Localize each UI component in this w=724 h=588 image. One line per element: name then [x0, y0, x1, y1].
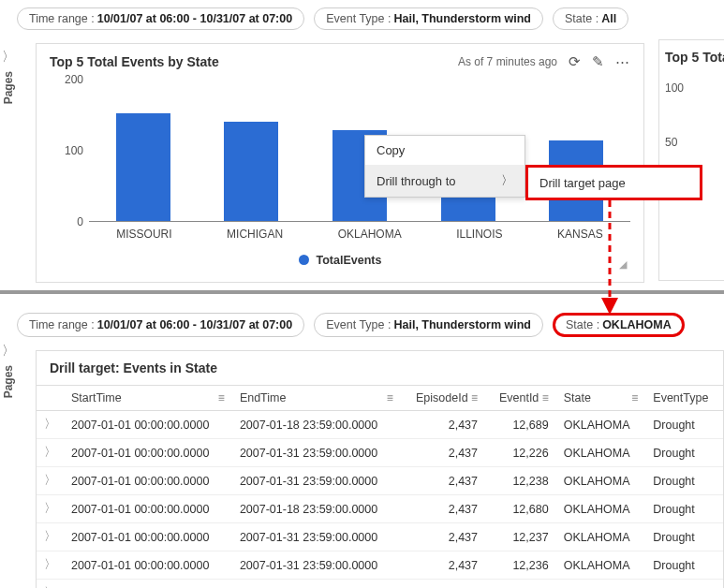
pages-panel-toggle[interactable]: 〉 Pages — [2, 49, 15, 104]
cell-eventid: 12,238 — [485, 467, 556, 495]
col-starttime[interactable]: StartTime≡ — [64, 386, 232, 411]
pages-label: Pages — [2, 365, 15, 398]
cell-starttime: 2007-01-01 00:00:00.0000 — [64, 551, 232, 580]
more-icon[interactable]: ⋯ — [615, 53, 630, 70]
filter-value: Hail, Thunderstorm wind — [393, 318, 531, 331]
cell-eventid: 12,236 — [485, 551, 556, 580]
cell-state: OKLAHOMA — [556, 551, 646, 580]
context-submenu-target[interactable]: Drill target page — [525, 165, 702, 200]
chevron-right-icon: 〉 — [501, 172, 513, 189]
chart-title: Top 5 Total Events by State — [50, 54, 219, 69]
column-menu-icon[interactable]: ≡ — [468, 391, 478, 404]
cell-eventid: 12,689 — [485, 411, 556, 439]
cell-endtime: 2007-01-31 23:59:00.0000 — [232, 580, 401, 589]
context-item-label: Drill target page — [539, 176, 626, 190]
cell-eventid: 12,226 — [485, 439, 556, 467]
chevron-right-icon: 〉 — [2, 49, 15, 66]
cell-eventtype: Drought — [645, 523, 723, 551]
chart-card: Top 5 Total Events by State As of 7 minu… — [36, 43, 644, 283]
column-menu-icon[interactable]: ≡ — [218, 391, 225, 404]
table-header-row: StartTime≡ EndTime≡ EpisodeId ≡ EventId … — [37, 386, 723, 411]
column-menu-icon[interactable]: ≡ — [631, 391, 638, 404]
expand-row-icon[interactable]: 〉 — [37, 439, 64, 467]
cell-episodeid: 2,437 — [401, 523, 485, 551]
col-episodeid[interactable]: EpisodeId ≡ — [401, 386, 485, 411]
cell-eventtype: Drought — [645, 411, 723, 439]
context-copy[interactable]: Copy — [365, 136, 525, 165]
filter-label: Time range : — [29, 318, 95, 331]
cell-state: OKLAHOMA — [556, 495, 646, 523]
legend-label: TotalEvents — [317, 254, 382, 267]
filter-event-type[interactable]: Event Type : Hail, Thunderstorm wind — [314, 7, 543, 30]
x-label: KANSAS — [557, 228, 603, 241]
expand-row-icon[interactable]: 〉 — [37, 495, 64, 523]
table-row[interactable]: 〉2007-01-01 00:00:00.00002007-01-31 23:5… — [37, 439, 723, 467]
filter-label: Time range : — [29, 12, 95, 25]
col-eventtype[interactable]: EventType — [645, 386, 723, 411]
cell-eventid: 12,237 — [485, 523, 556, 551]
cell-eventid: 12,680 — [485, 495, 556, 523]
cell-episodeid: 2,437 — [401, 580, 485, 589]
col-endtime[interactable]: EndTime≡ — [232, 386, 401, 411]
expand-row-icon[interactable]: 〉 — [37, 580, 64, 589]
pages-label: Pages — [2, 71, 15, 104]
column-menu-icon[interactable]: ≡ — [387, 391, 393, 404]
cell-eventtype: Drought — [645, 439, 723, 467]
chart-legend: TotalEvents — [50, 254, 630, 267]
expand-row-icon[interactable]: 〉 — [37, 467, 64, 495]
filter-row-bottom: Time range : 10/01/07 at 06:00 - 10/31/0… — [0, 305, 724, 345]
context-drill-through[interactable]: Drill through to 〉 — [365, 165, 525, 197]
x-label: OKLAHOMA — [338, 228, 402, 241]
filter-label: State : — [565, 12, 598, 25]
filter-state-highlighted[interactable]: State : OKLAHOMA — [553, 313, 685, 337]
col-eventid[interactable]: EventId ≡ — [485, 386, 556, 411]
cell-eventtype: Drought — [645, 467, 723, 495]
legend-dot-icon — [299, 255, 309, 265]
expand-row-icon[interactable]: 〉 — [37, 523, 64, 551]
refresh-icon[interactable]: ⟳ — [569, 53, 581, 70]
cell-starttime: 2007-01-01 00:00:00.0000 — [64, 523, 232, 551]
cell-state: OKLAHOMA — [556, 439, 646, 467]
pages-panel-toggle[interactable]: 〉 Pages — [2, 343, 15, 398]
filter-value: OKLAHOMA — [602, 318, 672, 331]
filter-time-range[interactable]: Time range : 10/01/07 at 06:00 - 10/31/0… — [17, 7, 304, 30]
cell-state: OKLAHOMA — [556, 411, 646, 439]
filter-time-range[interactable]: Time range : 10/01/07 at 06:00 - 10/31/0… — [17, 313, 304, 337]
table-row[interactable]: 〉2007-01-01 00:00:00.00002007-01-31 23:5… — [37, 551, 723, 580]
cell-starttime: 2007-01-01 00:00:00.0000 — [64, 411, 232, 439]
x-label: ILLINOIS — [456, 228, 502, 241]
filter-row-top: Time range : 10/01/07 at 06:00 - 10/31/0… — [0, 0, 724, 37]
table-title: Drill target: Events in State — [37, 360, 723, 385]
table-row[interactable]: 〉2007-01-01 00:00:00.00002007-01-18 23:5… — [37, 495, 723, 523]
expand-row-icon[interactable]: 〉 — [37, 551, 64, 580]
x-label: MISSOURI — [116, 228, 171, 241]
filter-value: 10/01/07 at 06:00 - 10/31/07 at 07:00 — [97, 318, 292, 331]
table-row[interactable]: 〉2007-01-01 00:00:00.00002007-01-31 23:5… — [37, 467, 723, 495]
resize-handle-icon[interactable]: ◢ — [619, 258, 627, 271]
table-row[interactable]: 〉2007-01-01 00:00:00.00002007-01-31 23:5… — [37, 580, 723, 589]
cell-starttime: 2007-01-01 00:00:00.0000 — [64, 580, 232, 589]
filter-label: Event Type : — [326, 318, 391, 331]
cell-eventtype: Drought — [645, 495, 723, 523]
bar-missouri[interactable] — [116, 113, 170, 221]
expand-row-icon[interactable]: 〉 — [37, 411, 64, 439]
column-menu-icon[interactable]: ≡ — [539, 391, 548, 404]
cell-episodeid: 2,437 — [401, 551, 485, 580]
bar-michigan[interactable] — [224, 122, 278, 221]
context-item-label: Copy — [377, 143, 405, 157]
cell-state: OKLAHOMA — [556, 523, 646, 551]
edit-icon[interactable]: ✎ — [592, 53, 604, 70]
filter-state[interactable]: State : All — [553, 7, 628, 30]
cell-eventid: 12,233 — [485, 580, 556, 589]
chart-asof: As of 7 minutes ago — [458, 55, 557, 68]
cell-endtime: 2007-01-31 23:59:00.0000 — [232, 467, 401, 495]
table-row[interactable]: 〉2007-01-01 00:00:00.00002007-01-18 23:5… — [37, 411, 723, 439]
filter-event-type[interactable]: Event Type : Hail, Thunderstorm wind — [314, 313, 543, 337]
col-state[interactable]: State≡ — [556, 386, 646, 411]
table-card: Drill target: Events in State StartTime≡… — [36, 350, 724, 588]
table-row[interactable]: 〉2007-01-01 00:00:00.00002007-01-31 23:5… — [37, 523, 723, 551]
filter-value: All — [601, 12, 616, 25]
filter-value: 10/01/07 at 06:00 - 10/31/07 at 07:00 — [97, 12, 292, 25]
cell-endtime: 2007-01-18 23:59:00.0000 — [232, 495, 401, 523]
cell-eventtype: Drought — [645, 551, 723, 580]
